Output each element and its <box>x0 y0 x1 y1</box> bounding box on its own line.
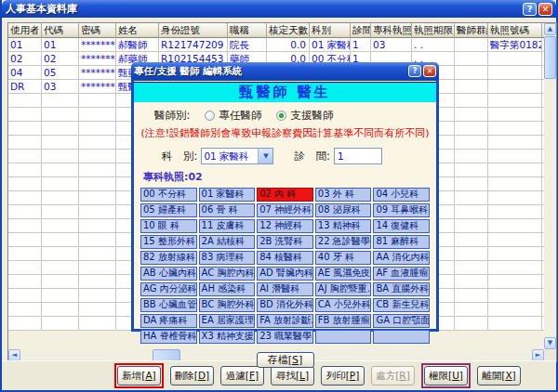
table-cell: 0.0 <box>267 38 310 52</box>
doctor-type-radio[interactable] <box>276 111 286 121</box>
dialog-titlebar[interactable]: 專任/支援 醫師 編輯系統 ? ✕ <box>131 62 439 80</box>
table-cell: ********** <box>79 52 116 66</box>
specialty-cell[interactable]: AJ 胸腔暨重. <box>315 282 372 296</box>
specialty-cell[interactable]: BD 消化外科 <box>257 298 313 312</box>
vertical-scrollbar[interactable]: ▲ ▼ <box>544 23 556 349</box>
specialty-cell[interactable]: 22 急診醫學. <box>315 235 372 249</box>
table-cell <box>42 317 79 331</box>
specialty-cell[interactable]: 14 復健科 <box>373 219 430 233</box>
table-cell: 院長 <box>228 38 267 52</box>
specialty-cell[interactable]: 2A 結核科 <box>199 235 256 249</box>
doctor-type-radio[interactable] <box>205 111 215 121</box>
specialty-cell[interactable]: FA 放射診斷. <box>257 314 313 328</box>
specialty-cell[interactable]: AB 心臟內科 <box>140 267 197 281</box>
specialty-cell[interactable]: 10 眼 科 <box>140 219 197 233</box>
table-row[interactable]: 0101**********郝醫師R121747209院長0.001 家醫科10… <box>8 38 544 52</box>
specialty-cell[interactable]: 84 核醫科 <box>257 251 313 265</box>
specialty-cell[interactable]: 04 小兒科 <box>373 188 430 202</box>
specialty-cell[interactable]: HA 脊椎骨科 <box>140 330 197 344</box>
save-button[interactable]: 存檔[S] <box>257 352 314 368</box>
specialty-cell[interactable]: AF 血液腫瘤. <box>373 267 430 281</box>
scroll-up-icon[interactable]: ▲ <box>544 23 556 35</box>
column-header[interactable]: 密碼 <box>79 23 116 38</box>
column-header[interactable]: 執照期限 <box>412 23 455 38</box>
license-label: 專科執照:02 <box>143 170 436 184</box>
dialog-close-icon[interactable]: ✕ <box>423 65 436 77</box>
specialty-cell[interactable]: CA 小兒外科 <box>315 298 372 312</box>
specialty-cell[interactable]: AC 胸腔內科 <box>199 267 256 281</box>
specialty-cell[interactable]: 07 神經外科 <box>257 203 313 217</box>
delete-button[interactable]: 刪除[D] <box>170 366 214 385</box>
table-cell <box>79 122 116 136</box>
specialty-cell[interactable]: X3 精神支援 <box>199 330 256 344</box>
column-header[interactable]: 身份證號 <box>159 23 228 38</box>
specialty-cell[interactable]: BB 心臟血管 <box>140 298 197 312</box>
specialty-cell[interactable]: GA 口腔顎面 <box>373 314 430 328</box>
specialty-cell[interactable]: 09 耳鼻喉科 <box>373 203 430 217</box>
table-cell <box>42 108 79 122</box>
table-cell <box>79 275 116 289</box>
specialty-cell[interactable]: 82 放射線科 <box>140 251 197 265</box>
specialty-cell[interactable]: 83 病理科 <box>199 251 256 265</box>
specialty-cell[interactable] <box>315 330 372 344</box>
room-input[interactable]: 1 <box>334 148 382 164</box>
specialty-cell[interactable]: 2B 洗腎科 <box>257 235 313 249</box>
specialty-cell[interactable]: EA 居家護理 <box>199 314 256 328</box>
specialty-cell[interactable]: 05 婦產科 <box>140 203 197 217</box>
specialty-cell[interactable]: BC 胸腔外科 <box>199 298 256 312</box>
specialty-cell[interactable]: DA 疼痛科 <box>140 314 197 328</box>
column-header[interactable]: 科別 <box>310 23 351 38</box>
column-header[interactable]: 核定天數 <box>267 23 310 38</box>
specialty-cell[interactable]: 12 神經科 <box>257 219 313 233</box>
dialog-help-icon[interactable]: ? <box>408 65 421 77</box>
window-titlebar[interactable]: 人事基本資料庫 ? ✕ <box>2 0 556 18</box>
dept-select[interactable]: 01 家醫科 ▼ <box>201 148 273 164</box>
specialty-cell[interactable]: 81 麻醉科 <box>373 235 430 249</box>
specialty-cell[interactable]: 11 皮膚科 <box>199 219 256 233</box>
specialty-cell[interactable]: AG 內分泌科 <box>140 282 197 296</box>
find-button[interactable]: 尋找[L] <box>271 366 314 385</box>
specialty-cell[interactable]: AI 潛醫科 <box>257 282 313 296</box>
close-icon[interactable]: ✕ <box>538 3 552 16</box>
print-button[interactable]: 列印[P] <box>321 366 365 385</box>
specialty-cell[interactable]: 13 精神科 <box>315 219 372 233</box>
table-cell <box>455 219 488 233</box>
column-header[interactable]: 醫師群組 <box>455 23 488 38</box>
column-header[interactable]: 執照號碼 <box>488 23 542 38</box>
specialty-cell[interactable]: 08 泌尿科 <box>315 203 372 217</box>
table-cell: 郝醫師 <box>116 38 159 52</box>
specialty-cell[interactable]: AD 腎臟內科 <box>257 267 313 281</box>
column-header[interactable]: 使用者 <box>8 23 42 38</box>
scroll-down-icon[interactable]: ▼ <box>544 337 556 349</box>
column-header[interactable]: 代碼 <box>42 23 79 38</box>
specialty-cell[interactable]: AH 感染科 <box>199 282 256 296</box>
column-header[interactable]: 姓名 <box>116 23 159 38</box>
add-button[interactable]: 新增[A] <box>117 366 161 385</box>
specialty-cell[interactable]: BA 直腸外科 <box>373 282 430 296</box>
specialty-cell[interactable]: FB 放射腫瘤. <box>315 314 372 328</box>
column-header[interactable]: 專科執照 <box>371 23 412 38</box>
specialty-cell[interactable]: 06 骨 科 <box>199 203 256 217</box>
specialty-cell[interactable]: 40 牙 科 <box>315 251 372 265</box>
table-cell <box>488 205 542 219</box>
room-label: 診 間: <box>294 150 329 163</box>
filter-button[interactable]: 過濾[F] <box>220 366 264 385</box>
help-icon[interactable]: ? <box>523 3 537 16</box>
specialty-cell[interactable]: 15 整形外科 <box>140 235 197 249</box>
permission-button[interactable]: 權限[U] <box>424 366 468 385</box>
table-cell: ********** <box>79 38 116 52</box>
specialty-cell[interactable]: 03 外 科 <box>315 188 372 202</box>
specialty-cell[interactable]: CB 新生兒科 <box>373 298 430 312</box>
chevron-down-icon[interactable]: ▼ <box>258 149 272 163</box>
exit-button[interactable]: 離開[X] <box>477 366 521 385</box>
specialty-cell[interactable]: 01 家醫科 <box>199 188 256 202</box>
column-header[interactable]: 職稱 <box>228 23 267 38</box>
specialty-cell[interactable]: AE 風濕免疫. <box>315 267 372 281</box>
specialty-cell[interactable]: AA 消化內科 <box>373 251 430 265</box>
column-header[interactable]: 診間 <box>351 23 371 38</box>
specialty-cell[interactable] <box>373 330 430 344</box>
specialty-cell[interactable]: 00 不分科 <box>140 188 197 202</box>
vertical-scroll-thumb[interactable] <box>544 36 556 79</box>
specialty-cell[interactable]: 23 職業醫學. <box>257 330 313 344</box>
specialty-cell[interactable]: 02 內 科 <box>257 188 313 202</box>
